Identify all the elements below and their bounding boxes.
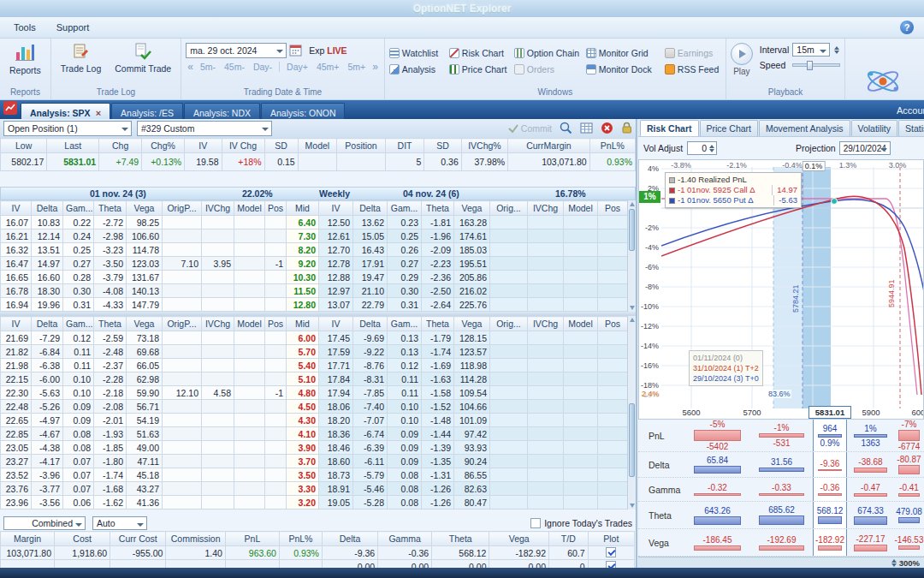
- option-row[interactable]: 16.0710.830.22-2.7298.256.4012.5013.620.…: [1, 216, 628, 229]
- window-toggle-monitor-grid[interactable]: Monitor Grid: [586, 48, 665, 58]
- option-row[interactable]: 22.30-5.630.10-2.1859.9012.104.58-14.801…: [1, 386, 628, 400]
- menu-support[interactable]: Support: [53, 21, 93, 34]
- play-button[interactable]: [731, 43, 753, 65]
- greek-pnl-cell: 1%1363: [847, 420, 894, 451]
- put-ivchg: [528, 331, 564, 345]
- window-toggle-analysis[interactable]: Analysis: [389, 64, 449, 74]
- close-tab-icon[interactable]: ×: [96, 108, 101, 118]
- window-toggle-price-chart[interactable]: Price Chart: [449, 64, 514, 74]
- speed-slider[interactable]: [792, 63, 840, 67]
- option-row[interactable]: 21.82-6.840.11-2.4869.685.7017.59-9.220.…: [1, 345, 628, 359]
- option-row[interactable]: 16.9419.960.31-4.33147.7912.8013.0722.79…: [1, 298, 628, 312]
- option-row[interactable]: 16.4714.970.27-3.50123.037.103.95-19.201…: [1, 257, 628, 271]
- step-forward-icon[interactable]: »: [370, 61, 380, 73]
- zoom-icon[interactable]: [560, 122, 572, 136]
- plot-checkbox[interactable]: [606, 547, 616, 557]
- trading-date-input[interactable]: ma. 29 oct. 2024: [186, 43, 287, 58]
- put-model: [564, 284, 598, 298]
- reports-button-label: Reports: [9, 65, 41, 75]
- option-row[interactable]: 23.27-4.170.07-1.8047.113.7018.60-6.110.…: [1, 455, 628, 468]
- vol-adjust-spinner[interactable]: [709, 145, 714, 152]
- tab-analysis-onon[interactable]: Analysis: ONON: [261, 103, 345, 119]
- scroll-thumb[interactable]: [629, 209, 635, 251]
- zoom-control[interactable]: 300%: [638, 557, 924, 568]
- interval-spinner[interactable]: [834, 46, 839, 54]
- account-panel-label[interactable]: Account: [897, 105, 924, 119]
- window-toggle-option-chain[interactable]: Option Chain: [514, 48, 586, 58]
- risk-chart[interactable]: -3.8%-2.1%-0.4%0.1%1.3%3.0% 4%2%-2%-4%-6…: [638, 159, 924, 420]
- option-chain-table-2[interactable]: IVDeltaGam...ThetaVegaOrigP...IVChgModel…: [0, 316, 628, 509]
- scroll-thumb[interactable]: [629, 403, 635, 477]
- tab-analysis-spx[interactable]: Analysis: SPX×: [21, 103, 110, 119]
- reports-button[interactable]: Reports: [4, 40, 46, 75]
- position-view-select[interactable]: Combined: [3, 516, 86, 530]
- title-bar[interactable]: OptionNET Explorer: [0, 0, 924, 17]
- time-step-5m[interactable]: 5m+: [344, 61, 369, 73]
- window-toggle-rss-feed[interactable]: RSS Feed: [665, 64, 721, 74]
- tab-price-chart[interactable]: Price Chart: [700, 120, 759, 136]
- top-axis-label: -0.4%: [782, 161, 803, 170]
- grid-view-icon[interactable]: [580, 122, 593, 136]
- open-position-select[interactable]: Open Position (1): [3, 121, 132, 136]
- auto-mode-select[interactable]: Auto: [92, 516, 147, 530]
- time-step-45m[interactable]: 45m-: [221, 61, 248, 73]
- window-toggle-watchlist[interactable]: Watchlist: [389, 48, 449, 58]
- option-row[interactable]: 16.7818.300.30-4.08140.1311.5012.9721.10…: [1, 284, 628, 298]
- call-iv: 16.78: [1, 284, 32, 298]
- help-icon[interactable]: ?: [900, 21, 914, 34]
- trade-log-button[interactable]: Trade Log: [56, 40, 106, 74]
- option-row[interactable]: 21.98-6.380.11-2.3766.055.4017.71-8.760.…: [1, 359, 628, 372]
- option-row[interactable]: 22.65-4.970.09-2.0154.194.3018.20-7.070.…: [1, 414, 628, 427]
- commit-trade-button[interactable]: Commit Trade: [110, 40, 176, 74]
- option-row[interactable]: 21.69-7.290.12-2.5973.186.0017.45-9.690.…: [1, 331, 628, 345]
- tab-statistics[interactable]: Statistics: [898, 120, 924, 136]
- put-vega: 101.09: [454, 414, 490, 427]
- option-row[interactable]: 22.15-6.000.10-2.2862.985.1017.84-8.310.…: [1, 372, 628, 386]
- tab-movement-analysis[interactable]: Movement Analysis: [759, 120, 850, 136]
- lock-icon[interactable]: [621, 122, 632, 136]
- option-row[interactable]: 23.05-4.380.08-1.8549.003.9018.46-6.390.…: [1, 441, 628, 455]
- tab-risk-chart[interactable]: Risk Chart: [640, 120, 699, 136]
- call-origp: [163, 271, 202, 284]
- tab-analysis-es[interactable]: Analysis: /ES: [111, 103, 183, 119]
- call-pos: -1: [265, 257, 287, 271]
- option-row[interactable]: 16.3213.510.25-3.23114.788.2012.7016.430…: [1, 243, 628, 257]
- plot-checkbox[interactable]: [606, 561, 616, 569]
- option-row[interactable]: 16.2112.140.24-2.98106.607.3012.6115.050…: [1, 229, 628, 243]
- window-toggle-monitor-dock[interactable]: Monitor Dock: [586, 64, 665, 74]
- option-chain-table-1[interactable]: IVDeltaGam...ThetaVegaOrigP...IVChgModel…: [0, 200, 628, 312]
- time-step-day[interactable]: Day-: [250, 61, 275, 73]
- option-row[interactable]: 23.52-3.960.07-1.7445.183.5018.73-5.790.…: [1, 468, 628, 482]
- option-row[interactable]: 23.76-3.770.07-1.6843.273.3018.91-5.460.…: [1, 482, 628, 496]
- tab-label: Analysis: /ES: [121, 108, 174, 118]
- option-row[interactable]: 16.6516.600.28-3.79131.6710.3012.8819.47…: [1, 271, 628, 284]
- chain-scrollbar[interactable]: [627, 316, 636, 509]
- vol-adjust-input[interactable]: 0: [687, 141, 717, 155]
- time-step-day[interactable]: Day+: [283, 61, 311, 73]
- window-toggle-risk-chart[interactable]: Risk Chart: [449, 48, 514, 58]
- commit-button[interactable]: Commit: [508, 123, 552, 134]
- zoom-spinner[interactable]: [891, 559, 897, 567]
- option-row[interactable]: 22.48-5.260.09-2.0856.714.5018.06-7.400.…: [1, 400, 628, 414]
- tab-analysis-ndx[interactable]: Analysis: NDX: [184, 103, 260, 119]
- option-row[interactable]: 22.85-4.670.08-1.9351.634.1018.36-6.740.…: [1, 427, 628, 441]
- chart-legend[interactable]: -1.40 Realized PnL -1 01nov. 5925 Call Δ…: [665, 172, 802, 208]
- legend-call-leg: -1 01nov. 5925 Call Δ: [678, 185, 755, 195]
- chain-scrollbar[interactable]: [627, 200, 636, 312]
- projection-date-select[interactable]: 29/10/2024: [839, 141, 891, 155]
- close-position-icon[interactable]: [601, 122, 613, 136]
- put-theta: -1.39: [422, 441, 454, 455]
- expiration-band[interactable]: Weekly 01 nov. 24 (3) 22.02% Weekly 04 n…: [0, 187, 636, 200]
- time-step-45m[interactable]: 45m+: [313, 61, 343, 73]
- summary-value-chg: +7.49: [99, 153, 142, 171]
- option-row[interactable]: 23.96-3.560.06-1.6241.363.2019.05-5.280.…: [1, 496, 628, 509]
- ignore-trades-checkbox[interactable]: [530, 518, 541, 528]
- menu-tools[interactable]: Tools: [10, 21, 39, 34]
- speed-slider-thumb[interactable]: [807, 61, 813, 70]
- time-step-5m[interactable]: 5m-: [197, 61, 219, 73]
- interval-select[interactable]: 15m: [792, 43, 830, 57]
- strategy-select[interactable]: #329 Custom: [137, 121, 272, 136]
- tab-volatility[interactable]: Volatility: [851, 120, 898, 136]
- step-back-icon[interactable]: «: [186, 61, 195, 73]
- calendar-icon[interactable]: [289, 44, 302, 58]
